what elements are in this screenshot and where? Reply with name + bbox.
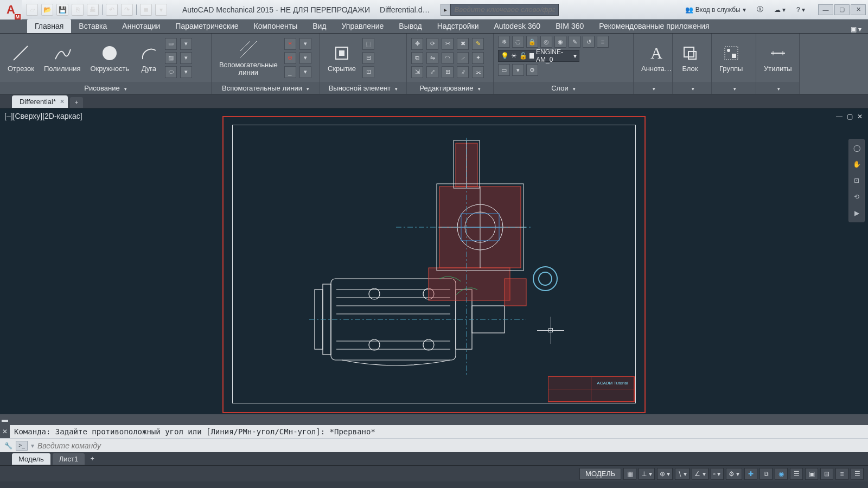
cmd-close-icon[interactable]: ▬ — [0, 414, 10, 425]
centermark-icon[interactable]: ⊕ — [284, 52, 296, 64]
ellipse-icon[interactable]: ⬭ — [165, 66, 177, 78]
exchange-icon[interactable]: Ⓧ — [754, 4, 767, 16]
poweredit-icon[interactable]: ✎ — [472, 38, 484, 50]
hatch-dd-icon[interactable]: ▾ — [180, 52, 192, 64]
circle-button[interactable]: Окружность — [87, 42, 132, 74]
ortho-icon[interactable]: ⊕ ▾ — [657, 468, 673, 480]
search-caret-icon[interactable]: ▸ — [441, 4, 450, 16]
panel-block-expand-icon[interactable] — [690, 84, 694, 92]
hardware-accel-icon[interactable]: ▣ — [805, 468, 818, 480]
tab-components[interactable]: Компоненты — [246, 19, 305, 33]
save-icon[interactable]: 💾 — [56, 4, 68, 16]
add-layout-button[interactable]: + — [87, 454, 98, 464]
layer-dropdown[interactable]: 💡 ☀ 🔓 ENGINE-AM_0 ▾ — [498, 50, 579, 62]
cycling-icon[interactable]: ⧉ — [760, 468, 773, 480]
customization-icon[interactable]: ☰ — [851, 468, 864, 480]
panel-aux-expand-icon[interactable] — [304, 84, 309, 92]
cmd-palette-close-icon[interactable]: ✕ — [0, 425, 10, 438]
layer-tools-icon[interactable]: ⚙ — [526, 64, 538, 76]
rectangle-icon[interactable]: ▭ — [165, 38, 177, 50]
minimize-icon[interactable]: — — [818, 4, 833, 15]
scale-icon[interactable]: ⤢ — [426, 66, 438, 78]
fullnav-wheel-icon[interactable]: ◯ — [851, 143, 862, 153]
polyline-button[interactable]: Полилиния — [41, 42, 84, 74]
tab-manage[interactable]: Управление — [334, 19, 392, 33]
command-history-grip[interactable] — [10, 414, 868, 425]
panel-dim-expand-icon[interactable] — [393, 84, 398, 92]
transparency-icon[interactable]: ✚ — [744, 468, 757, 480]
vp-minimize-icon[interactable]: — — [836, 113, 843, 120]
new-icon[interactable]: ▱ — [26, 4, 38, 16]
centermark-dd-icon[interactable]: ▾ — [299, 52, 311, 64]
break-dd-icon[interactable]: ▾ — [299, 66, 311, 78]
vp-maximize-icon[interactable]: ▢ — [847, 113, 853, 120]
section-view-icon[interactable]: ⊟ — [362, 52, 374, 64]
explode-icon[interactable]: ✦ — [472, 52, 484, 64]
tab-sheet1[interactable]: Лист1 — [53, 453, 85, 465]
hatch-icon[interactable]: ▨ — [165, 52, 177, 64]
undo-icon[interactable]: ↶ — [106, 4, 118, 16]
workspace-switch-icon[interactable]: ☰ — [790, 468, 803, 480]
polar-icon[interactable]: ∖ ▾ — [675, 468, 690, 480]
line-button[interactable]: Отрезок — [4, 42, 37, 74]
osnap-icon[interactable]: ∠ ▾ — [692, 468, 708, 480]
panel-utils-expand-icon[interactable] — [775, 84, 780, 92]
open-icon[interactable]: 📂 — [41, 4, 53, 16]
groups-button[interactable]: Группы — [716, 42, 746, 74]
otrack-icon[interactable]: ▫ ▾ — [711, 468, 724, 480]
annomonitor-icon[interactable]: ◉ — [775, 468, 788, 480]
tab-annotate[interactable]: Аннотации — [114, 19, 168, 33]
pan-icon[interactable]: ✋ — [851, 159, 862, 170]
draw-dd-icon[interactable]: ▾ — [180, 38, 192, 50]
new-tab-button[interactable]: + — [70, 97, 83, 108]
powererase-icon[interactable]: ✖ — [457, 38, 469, 50]
print-icon[interactable]: 🖶 — [87, 4, 99, 16]
close-icon[interactable]: ✕ — [851, 4, 866, 15]
layer-isolate-icon[interactable]: ◎ — [540, 36, 552, 48]
block-button[interactable]: Блок — [677, 42, 703, 74]
move-icon[interactable]: ✥ — [411, 38, 423, 50]
redo-icon[interactable]: ↷ — [121, 4, 133, 16]
clean-screen-icon[interactable]: ≡ — [835, 468, 848, 480]
mirror-icon[interactable]: ⇋ — [426, 52, 438, 64]
detail-view-icon[interactable]: ⬚ — [362, 38, 374, 50]
copy-icon[interactable]: ⧉ — [411, 52, 423, 64]
isolate-objects-icon[interactable]: ⊟ — [820, 468, 833, 480]
centerline-dd-icon[interactable]: ▾ — [299, 38, 311, 50]
centerline-icon[interactable]: ✶ — [284, 38, 296, 50]
panel-groups-expand-icon[interactable] — [731, 84, 736, 92]
layer-unisolate-icon[interactable]: ◉ — [554, 36, 566, 48]
grid-icon[interactable]: ▦ — [623, 468, 636, 480]
workspace-icon[interactable]: ▾ — [155, 4, 167, 16]
showmotion-icon[interactable]: ▶ — [851, 208, 862, 219]
layer-state-icon[interactable]: ▭ — [498, 64, 510, 76]
tab-close-icon[interactable]: ✕ — [60, 98, 65, 105]
vp-close-icon[interactable]: ✕ — [857, 113, 863, 120]
tab-home[interactable]: Главная — [27, 19, 71, 33]
construction-lines-button[interactable]: Вспомогательные линии — [216, 38, 281, 78]
tab-model[interactable]: Модель — [12, 453, 50, 465]
customize-icon[interactable]: 🔧 — [4, 442, 12, 450]
layer-prev-icon[interactable]: ↺ — [583, 36, 595, 48]
orbit-icon[interactable]: ⟲ — [851, 191, 862, 202]
array-icon[interactable]: ⊞ — [442, 66, 454, 78]
offset-icon[interactable]: ⫽ — [457, 66, 469, 78]
chamfer-icon[interactable]: ⟋ — [457, 52, 469, 64]
app-menu-icon[interactable]: A — [0, 0, 22, 20]
fillet-icon[interactable]: ◠ — [442, 52, 454, 64]
layer-lock-icon[interactable]: 🔒 — [526, 36, 538, 48]
layer-freeze-icon[interactable]: ❄ — [498, 36, 510, 48]
tab-featured-apps[interactable]: Рекомендованные приложения — [591, 19, 717, 33]
tab-output[interactable]: Вывод — [391, 19, 429, 33]
layer-walk-icon[interactable]: ≡ — [597, 36, 609, 48]
viewport-controls[interactable]: [–][Сверху][2D-каркас] — [4, 112, 82, 120]
rotate-icon[interactable]: ⟳ — [426, 38, 438, 50]
ribbon-collapse-icon[interactable]: ▣ ▾ — [851, 25, 861, 33]
panel-layers-expand-icon[interactable] — [571, 84, 576, 92]
arc-button[interactable]: Дуга — [136, 42, 162, 74]
tab-bim360[interactable]: BIM 360 — [548, 19, 591, 33]
layer-state-icon[interactable]: ≣ — [140, 4, 152, 16]
panel-edit-expand-icon[interactable] — [476, 84, 481, 92]
stayconnected-icon[interactable]: ☁ ▾ — [771, 4, 789, 16]
help-icon[interactable]: ? ▾ — [793, 4, 808, 16]
